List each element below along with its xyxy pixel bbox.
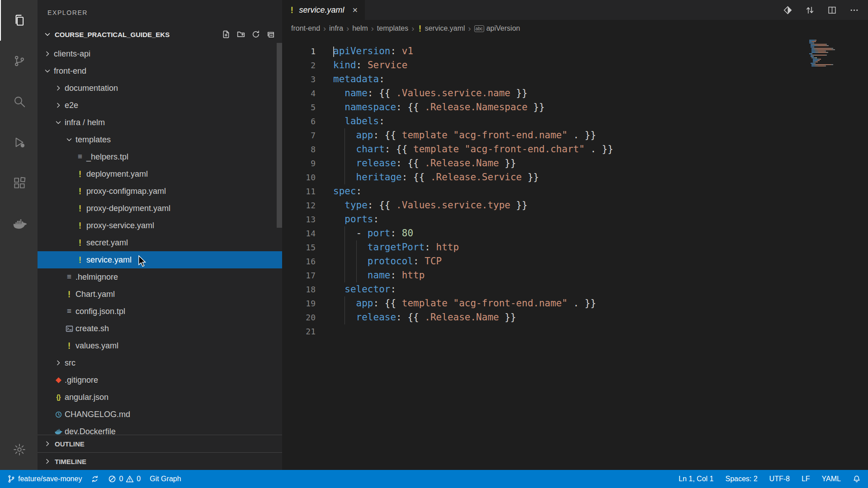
default-file-icon: ≡ bbox=[64, 307, 75, 316]
activitybar-run-debug[interactable] bbox=[0, 122, 38, 163]
tree-item-chart-yaml[interactable]: !Chart.yaml bbox=[38, 286, 282, 303]
minimap[interactable] bbox=[809, 40, 844, 68]
tree-item--helpers-tpl[interactable]: ≡_helpers.tpl bbox=[38, 148, 282, 165]
docker-whale-icon bbox=[53, 427, 64, 435]
breadcrumb-item[interactable]: templates bbox=[377, 24, 408, 33]
language-indicator[interactable]: YAML bbox=[822, 475, 841, 483]
chevron-right-icon bbox=[42, 458, 53, 465]
breadcrumb-separator: › bbox=[323, 24, 326, 33]
collapse-all-icon[interactable] bbox=[267, 30, 275, 38]
tree-item-service-yaml[interactable]: !service.yaml bbox=[38, 251, 282, 268]
tree-item--gitignore[interactable]: .gitignore bbox=[38, 371, 282, 389]
activitybar-search[interactable] bbox=[0, 81, 38, 122]
code-line: 1apiVersion: v1 bbox=[282, 44, 868, 58]
encoding-indicator[interactable]: UTF-8 bbox=[769, 475, 790, 483]
tree-item-documentation[interactable]: documentation bbox=[38, 80, 282, 97]
project-section-header[interactable]: COURSE_PRACTICAL_GUIDE_EKS bbox=[38, 25, 282, 43]
explorer-icon bbox=[13, 14, 26, 27]
sync-icon bbox=[91, 475, 99, 483]
breadcrumb-item[interactable]: helm bbox=[352, 24, 368, 33]
chevron-right-icon bbox=[42, 440, 53, 447]
activitybar-settings[interactable] bbox=[0, 429, 38, 470]
activity-bar bbox=[0, 0, 38, 470]
branch-icon bbox=[7, 475, 15, 483]
chevron-down-icon bbox=[64, 136, 75, 143]
code-line: 18 selector: bbox=[282, 282, 868, 296]
tree-item-config-json-tpl[interactable]: ≡config.json.tpl bbox=[38, 303, 282, 320]
yaml-file-icon: ! bbox=[417, 23, 422, 33]
tree-item-dev-dockerfile[interactable]: dev.Dockerfile bbox=[38, 423, 282, 435]
activitybar-docker[interactable] bbox=[0, 203, 38, 244]
new-file-icon[interactable] bbox=[222, 30, 230, 38]
json-file-icon: {} bbox=[53, 394, 64, 401]
sync-button[interactable] bbox=[91, 475, 99, 483]
tree-item-create-sh[interactable]: create.sh bbox=[38, 320, 282, 337]
code-line: 12 type: {{ .Values.service.type }} bbox=[282, 198, 868, 212]
default-file-icon: ≡ bbox=[75, 152, 85, 161]
breadcrumb-item[interactable]: infra bbox=[329, 24, 343, 33]
tree-item-infra-helm[interactable]: infra / helm bbox=[38, 114, 282, 131]
tree-item-changelog-md[interactable]: CHANGELOG.md bbox=[38, 406, 282, 423]
docker-icon bbox=[12, 216, 27, 231]
tree-item-deployment-yaml[interactable]: !deployment.yaml bbox=[38, 165, 282, 183]
tree-item--helmignore[interactable]: ≡.helmignore bbox=[38, 268, 282, 286]
branch-indicator[interactable]: feature/save-money bbox=[7, 475, 82, 483]
activitybar-extensions[interactable] bbox=[0, 163, 38, 203]
outline-panel-header[interactable]: OUTLINE bbox=[38, 435, 282, 452]
problems-indicator[interactable]: 00 bbox=[108, 475, 141, 483]
chevron-down-icon bbox=[53, 119, 64, 126]
code-line: 9 release: {{ .Release.Name }} bbox=[282, 156, 868, 170]
tree-item-src[interactable]: src bbox=[38, 354, 282, 371]
tab-close-icon[interactable]: × bbox=[352, 5, 358, 14]
code-line: 4 name: {{ .Values.service.name }} bbox=[282, 86, 868, 100]
notifications-bell[interactable] bbox=[853, 475, 861, 483]
statusbar-right: Ln 1, Col 1Spaces: 2UTF-8LFYAML bbox=[679, 475, 861, 483]
new-folder-icon[interactable] bbox=[237, 30, 245, 38]
tree-item-clients-api[interactable]: clients-api bbox=[38, 45, 282, 62]
timeline-panel-header[interactable]: TIMELINE bbox=[38, 452, 282, 470]
tree-item-values-yaml[interactable]: !values.yaml bbox=[38, 337, 282, 354]
tree-item-e2e[interactable]: e2e bbox=[38, 97, 282, 114]
shell-file-icon bbox=[64, 325, 75, 333]
tree-item-proxy-deployment-yaml[interactable]: !proxy-deployment.yaml bbox=[38, 200, 282, 217]
explorer-title: EXPLORER bbox=[38, 0, 282, 25]
tree-item-templates[interactable]: templates bbox=[38, 131, 282, 148]
sidebar-scrollbar[interactable] bbox=[277, 43, 282, 228]
code-line: 2kind: Service bbox=[282, 58, 868, 72]
vscode-window: EXPLORER COURSE_PRACTICAL_GUIDE_EKS clie… bbox=[0, 0, 868, 488]
breadcrumb-item[interactable]: abcapiVersion bbox=[474, 24, 520, 33]
indentation-indicator[interactable]: Spaces: 2 bbox=[725, 475, 757, 483]
git-file-icon bbox=[53, 377, 64, 384]
more-actions-icon[interactable] bbox=[849, 5, 859, 15]
split-editor-icon[interactable] bbox=[827, 5, 837, 15]
tree-item-front-end[interactable]: front-end bbox=[38, 62, 282, 80]
code-line: 3metadata: bbox=[282, 72, 868, 86]
breadcrumb-item[interactable]: !service.yaml bbox=[417, 23, 465, 33]
code-line: 10 heritage: {{ .Release.Service }} bbox=[282, 170, 868, 184]
code-line: 16 protocol: TCP bbox=[282, 254, 868, 268]
breadcrumb-item[interactable]: front-end bbox=[291, 24, 320, 33]
yaml-file-icon: ! bbox=[75, 221, 85, 230]
activitybar-explorer[interactable] bbox=[0, 0, 38, 41]
code-editor[interactable]: 1apiVersion: v12kind: Service3metadata:4… bbox=[282, 37, 868, 470]
tree-item-proxy-configmap-yaml[interactable]: !proxy-configmap.yaml bbox=[38, 183, 282, 200]
refresh-icon[interactable] bbox=[252, 30, 260, 38]
code-line: 15 targetPort: http bbox=[282, 240, 868, 254]
open-changes-icon[interactable] bbox=[783, 5, 793, 15]
cursor-position[interactable]: Ln 1, Col 1 bbox=[679, 475, 713, 483]
tab-bar: ! service.yaml × bbox=[282, 0, 868, 20]
eol-indicator[interactable]: LF bbox=[802, 475, 810, 483]
tab-service-yaml[interactable]: ! service.yaml × bbox=[282, 0, 365, 20]
settings-icon bbox=[13, 443, 26, 456]
tree-item-proxy-service-yaml[interactable]: !proxy-service.yaml bbox=[38, 217, 282, 234]
tree-item-secret-yaml[interactable]: !secret.yaml bbox=[38, 234, 282, 251]
status-bar: feature/save-money00Git GraphLn 1, Col 1… bbox=[0, 470, 868, 488]
activitybar-source-control[interactable] bbox=[0, 41, 38, 81]
code-line: 14 - port: 80 bbox=[282, 226, 868, 240]
yaml-file-icon: ! bbox=[75, 169, 85, 179]
yaml-file-icon: ! bbox=[75, 255, 85, 265]
tree-item-angular-json[interactable]: {}angular.json bbox=[38, 389, 282, 406]
compare-changes-icon[interactable] bbox=[805, 5, 815, 15]
git-graph-button[interactable]: Git Graph bbox=[150, 475, 181, 483]
code-line: 6 labels: bbox=[282, 114, 868, 128]
